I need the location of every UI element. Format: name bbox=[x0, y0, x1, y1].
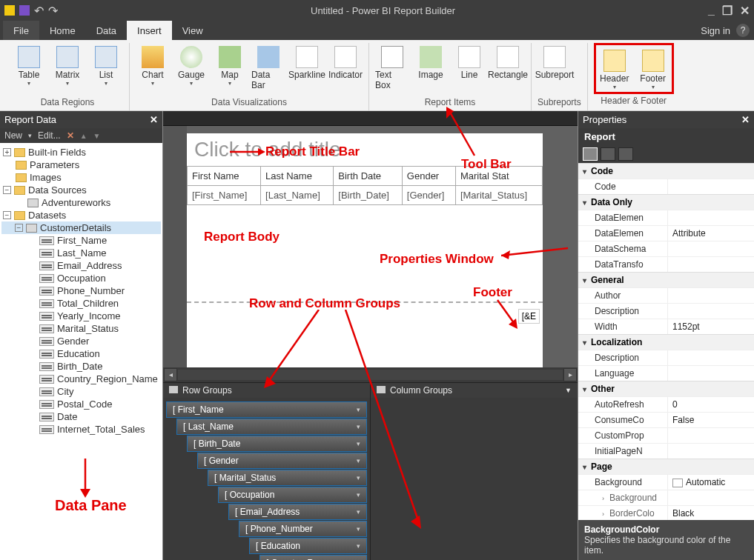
prop-row[interactable]: Author bbox=[578, 287, 754, 303]
matrix-button[interactable]: Matrix▾ bbox=[50, 46, 85, 87]
save-icon[interactable] bbox=[19, 5, 30, 16]
prop-row[interactable]: DataTransfo bbox=[578, 256, 754, 272]
prop-row[interactable]: ›Background bbox=[578, 490, 754, 505]
chevron-down-icon[interactable]: ▼ bbox=[565, 387, 572, 394]
prop-category[interactable]: ▾Other bbox=[578, 381, 754, 396]
footer-button[interactable]: Footer▾ bbox=[636, 50, 670, 90]
prop-row[interactable]: Width1152pt bbox=[578, 319, 754, 334]
window-title: Untitled - Power BI Report Builder bbox=[58, 5, 708, 16]
table-button[interactable]: Table▾ bbox=[12, 46, 46, 87]
row-group-4[interactable]: [ Marital_Status▾ bbox=[208, 470, 367, 486]
map-button[interactable]: Map▾ bbox=[213, 46, 247, 87]
textbox-button[interactable]: Text Box bbox=[375, 46, 409, 90]
field-occupation[interactable]: Occupation bbox=[1, 272, 161, 284]
new-button[interactable]: New bbox=[4, 130, 22, 141]
field-yearly_income[interactable]: Yearly_Income bbox=[1, 310, 161, 322]
horizontal-scrollbar[interactable]: ◂▸ bbox=[163, 367, 578, 382]
row-group-6[interactable]: [ Email_Address▾ bbox=[228, 504, 367, 520]
report-data-tree[interactable]: +Built-in Fields Parameters Images −Data… bbox=[0, 143, 162, 560]
close-icon[interactable]: ✕ bbox=[741, 114, 750, 125]
menu-home[interactable]: Home bbox=[39, 21, 86, 40]
field-city[interactable]: City bbox=[1, 385, 161, 398]
prop-row[interactable]: BackgroundAutomatic bbox=[578, 474, 754, 490]
field-country_region_name[interactable]: Country_Region_Name bbox=[1, 373, 161, 385]
databar-button[interactable]: Data Bar bbox=[251, 46, 285, 90]
prop-row[interactable]: ›BorderColoBlack bbox=[578, 505, 754, 520]
prop-category[interactable]: ▾Data Only bbox=[578, 194, 754, 210]
up-arrow-icon[interactable]: ▲ bbox=[80, 132, 87, 140]
prop-row[interactable]: InitialPageN bbox=[578, 443, 754, 459]
prop-row[interactable]: DataElemen bbox=[578, 210, 754, 225]
chart-button[interactable]: Chart▾ bbox=[136, 46, 170, 87]
gauge-button[interactable]: Gauge▾ bbox=[174, 46, 208, 87]
image-button[interactable]: Image bbox=[414, 46, 448, 80]
row-group-1[interactable]: [ Last_Name▾ bbox=[176, 419, 367, 435]
field-total_children[interactable]: Total_Children bbox=[1, 297, 161, 310]
indicator-button[interactable]: Indicator bbox=[328, 46, 363, 80]
prop-category[interactable]: ▾Page bbox=[578, 459, 754, 474]
delete-icon[interactable]: ✕ bbox=[67, 130, 74, 141]
report-table[interactable]: First NameLast NameBirth DateGenderMarit… bbox=[187, 166, 543, 205]
edit-button[interactable]: Edit... bbox=[38, 130, 61, 141]
prop-row[interactable]: DataSchema bbox=[578, 241, 754, 256]
property-pages-icon[interactable] bbox=[618, 147, 633, 161]
field-birth_date[interactable]: Birth_Date bbox=[1, 360, 161, 373]
prop-row[interactable]: Language bbox=[578, 365, 754, 381]
prop-row[interactable]: DataElemenAttribute bbox=[578, 225, 754, 241]
line-button[interactable]: Line bbox=[452, 46, 486, 80]
prop-row[interactable]: Description bbox=[578, 350, 754, 365]
prop-category[interactable]: ▾General bbox=[578, 272, 754, 287]
field-phone_number[interactable]: Phone_Number bbox=[1, 284, 161, 297]
row-group-3[interactable]: [ Gender▾ bbox=[197, 453, 367, 469]
field-gender[interactable]: Gender bbox=[1, 335, 161, 347]
row-group-0[interactable]: [ First_Name▾ bbox=[166, 401, 367, 418]
field-postal_code[interactable]: Postal_Code bbox=[1, 398, 161, 410]
field-date[interactable]: Date bbox=[1, 410, 161, 423]
undo-icon[interactable]: ↶ bbox=[34, 4, 44, 18]
alphabetical-icon[interactable] bbox=[601, 147, 615, 161]
report-footer[interactable]: [&E bbox=[187, 301, 543, 333]
field-email_address[interactable]: Email_Address bbox=[1, 259, 161, 272]
prop-category[interactable]: ▾Code bbox=[578, 163, 754, 179]
field-first_name[interactable]: First_Name bbox=[1, 234, 161, 247]
prop-row[interactable]: ConsumeCoFalse bbox=[578, 412, 754, 427]
close-icon[interactable]: ✕ bbox=[150, 114, 158, 125]
prop-row[interactable]: AutoRefresh0 bbox=[578, 396, 754, 412]
minimize-icon[interactable]: _ bbox=[708, 4, 715, 18]
properties-object[interactable]: Report bbox=[578, 128, 754, 145]
categorized-icon[interactable] bbox=[583, 147, 598, 161]
report-page[interactable]: Click to add title First NameLast NameBi… bbox=[187, 133, 543, 367]
field-last_name[interactable]: Last_Name bbox=[1, 247, 161, 259]
report-title-placeholder[interactable]: Click to add title bbox=[187, 133, 543, 166]
sign-in-link[interactable]: Sign in bbox=[701, 25, 736, 36]
subreport-button[interactable]: Subreport bbox=[538, 46, 572, 80]
prop-row[interactable]: CustomProp bbox=[578, 427, 754, 443]
ribbon-group-data-viz: Chart▾ Gauge▾ Map▾ Data Bar Sparkline In… bbox=[130, 43, 369, 110]
menu-insert[interactable]: Insert bbox=[127, 21, 172, 40]
menu-file[interactable]: File bbox=[3, 21, 39, 40]
prop-row[interactable]: Description bbox=[578, 303, 754, 319]
execution-time-expr[interactable]: [&E bbox=[518, 309, 540, 324]
properties-list[interactable]: ▾CodeCode▾Data OnlyDataElemenDataElemenA… bbox=[578, 163, 754, 520]
maximize-icon[interactable]: ❐ bbox=[722, 4, 732, 18]
header-button[interactable]: Header▾ bbox=[598, 50, 632, 90]
rectangle-button[interactable]: Rectangle bbox=[491, 46, 525, 80]
row-group-8[interactable]: [ Education▾ bbox=[249, 538, 367, 554]
field-education[interactable]: Education bbox=[1, 347, 161, 360]
row-group-2[interactable]: [ Birth_Date▾ bbox=[187, 436, 367, 452]
row-group-5[interactable]: [ Occupation▾ bbox=[218, 487, 367, 503]
prop-category[interactable]: ▾Localization bbox=[578, 334, 754, 350]
redo-icon[interactable]: ↷ bbox=[48, 4, 58, 18]
field-marital_status[interactable]: Marital_Status bbox=[1, 322, 161, 335]
menu-data[interactable]: Data bbox=[86, 21, 127, 40]
menu-view[interactable]: View bbox=[172, 21, 214, 40]
list-button[interactable]: List▾ bbox=[89, 46, 123, 87]
help-icon[interactable]: ? bbox=[736, 24, 750, 37]
down-arrow-icon[interactable]: ▼ bbox=[93, 132, 101, 140]
row-group-7[interactable]: [ Phone_Number▾ bbox=[239, 521, 367, 537]
prop-row[interactable]: Code bbox=[578, 179, 754, 194]
close-icon[interactable]: ✕ bbox=[740, 4, 750, 18]
sparkline-button[interactable]: Sparkline bbox=[290, 46, 324, 80]
row-group-9[interactable]: [ Country_Re...▾ bbox=[259, 555, 367, 560]
field-internet_total_sales[interactable]: Internet_Total_Sales bbox=[1, 423, 161, 436]
